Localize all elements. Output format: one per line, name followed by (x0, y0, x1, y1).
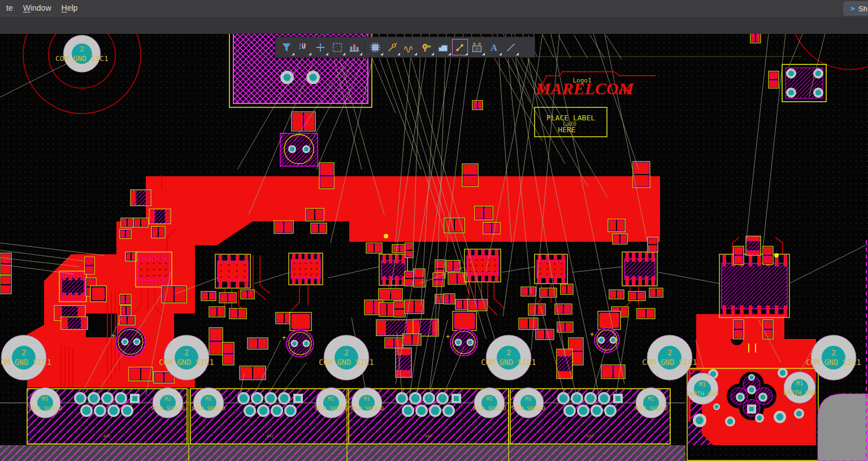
component-footprint[interactable] (608, 219, 625, 232)
component-footprint[interactable] (475, 206, 493, 220)
dimension-icon[interactable]: 10 (468, 38, 485, 56)
component-footprint[interactable] (601, 365, 625, 379)
select-area-icon[interactable] (329, 38, 346, 56)
place-text-icon[interactable]: A (485, 38, 502, 56)
component-footprint[interactable] (223, 342, 234, 365)
component-footprint[interactable] (311, 223, 327, 233)
component-footprint[interactable] (379, 254, 407, 285)
component-footprint[interactable] (385, 338, 403, 348)
component-footprint[interactable] (133, 218, 148, 227)
component-footprint[interactable] (392, 245, 407, 253)
component-footprint[interactable] (528, 304, 545, 315)
component-footprint[interactable] (229, 308, 246, 319)
menu-item-te[interactable]: te (1, 1, 18, 15)
place-component-icon[interactable] (367, 38, 384, 56)
component-footprint[interactable] (609, 290, 624, 299)
mounting-hole[interactable] (30, 388, 60, 418)
component-footprint[interactable] (734, 320, 744, 339)
snap-magnet-icon[interactable] (295, 38, 312, 56)
mounting-hole[interactable] (513, 388, 544, 418)
component-footprint[interactable] (462, 164, 478, 186)
polygon-pour-icon[interactable] (435, 38, 452, 56)
component-footprint[interactable] (521, 287, 536, 296)
component-footprint[interactable]: + (282, 330, 314, 357)
mounting-hole[interactable] (153, 388, 183, 418)
component-footprint[interactable] (306, 208, 324, 221)
mounting-hole[interactable] (784, 372, 815, 403)
component-footprint[interactable] (289, 253, 323, 285)
tune-length-icon[interactable] (401, 38, 418, 56)
component-footprint[interactable] (472, 101, 483, 110)
component-footprint[interactable] (61, 317, 88, 329)
mounting-hole[interactable] (687, 373, 718, 405)
component-footprint[interactable] (131, 190, 151, 206)
component-footprint[interactable] (366, 243, 382, 253)
component-footprint[interactable] (763, 246, 773, 264)
component-footprint[interactable] (628, 292, 645, 301)
component-footprint[interactable] (613, 234, 627, 244)
component-footprint[interactable] (444, 294, 455, 304)
component-footprint[interactable] (446, 260, 460, 272)
component-footprint[interactable] (519, 318, 538, 329)
component-footprint[interactable] (746, 236, 761, 255)
component-footprint[interactable] (536, 329, 554, 340)
place-room-icon[interactable] (346, 38, 363, 56)
place-line-icon[interactable] (502, 38, 519, 56)
mounting-hole[interactable] (316, 388, 346, 418)
move-cross-icon[interactable] (312, 38, 329, 56)
component-footprint[interactable] (453, 311, 476, 330)
component-footprint[interactable] (719, 254, 789, 318)
component-footprint[interactable] (561, 284, 573, 294)
component-footprint[interactable] (120, 294, 131, 305)
component-footprint[interactable] (162, 286, 186, 303)
component-footprint[interactable] (121, 306, 131, 316)
component-footprint[interactable] (290, 312, 311, 330)
menu-item-help[interactable]: Help (57, 1, 83, 15)
component-footprint[interactable] (448, 273, 466, 284)
component-footprint[interactable] (85, 257, 94, 274)
component-footprint[interactable] (468, 299, 487, 311)
component-footprint[interactable] (319, 163, 334, 189)
component-footprint[interactable] (0, 253, 11, 275)
component-footprint[interactable] (241, 290, 254, 299)
mounting-hole[interactable] (474, 388, 505, 418)
component-footprint[interactable] (750, 34, 761, 43)
mounting-hole[interactable] (351, 388, 382, 418)
component-footprint[interactable] (121, 218, 133, 227)
component-footprint[interactable] (763, 320, 773, 339)
component-footprint[interactable] (622, 252, 657, 286)
component-footprint[interactable] (215, 254, 250, 288)
component-footprint[interactable] (376, 320, 416, 336)
mounting-hole[interactable] (63, 35, 101, 72)
component-footprint[interactable] (151, 227, 165, 238)
menu-item-window[interactable]: Window (18, 1, 57, 15)
component-footprint[interactable] (649, 288, 663, 297)
pcb-board-canvas[interactable]: A42A42A42A42 ++++2COM_GND_SIC12COM GND S… (0, 34, 868, 461)
component-footprint[interactable] (396, 348, 411, 377)
component-footprint[interactable] (209, 328, 223, 355)
component-footprint[interactable] (201, 292, 216, 301)
mounting-hole[interactable] (636, 388, 666, 418)
component-footprint[interactable] (637, 308, 655, 319)
highlight-line-icon[interactable] (452, 38, 468, 56)
component-footprint[interactable] (598, 311, 620, 329)
component-footprint[interactable] (465, 249, 501, 282)
component-footprint[interactable] (119, 316, 135, 325)
component-footprint[interactable] (405, 243, 413, 258)
component-footprint[interactable] (403, 334, 421, 345)
component-footprint[interactable] (248, 338, 268, 349)
component-footprint[interactable] (734, 246, 744, 264)
component-footprint[interactable] (136, 252, 172, 287)
component-footprint[interactable] (274, 221, 293, 233)
component-footprint[interactable] (394, 301, 405, 317)
share-button[interactable]: ➤ Sh (844, 2, 868, 15)
component-footprint[interactable] (149, 209, 171, 224)
component-footprint[interactable] (219, 293, 236, 303)
component-footprint[interactable] (379, 303, 394, 316)
interactive-route-icon[interactable] (384, 38, 401, 56)
mounting-hole[interactable] (193, 388, 224, 418)
component-footprint[interactable] (90, 286, 106, 302)
component-footprint[interactable] (209, 307, 225, 317)
component-footprint[interactable] (120, 229, 131, 238)
component-footprint[interactable] (483, 223, 500, 234)
